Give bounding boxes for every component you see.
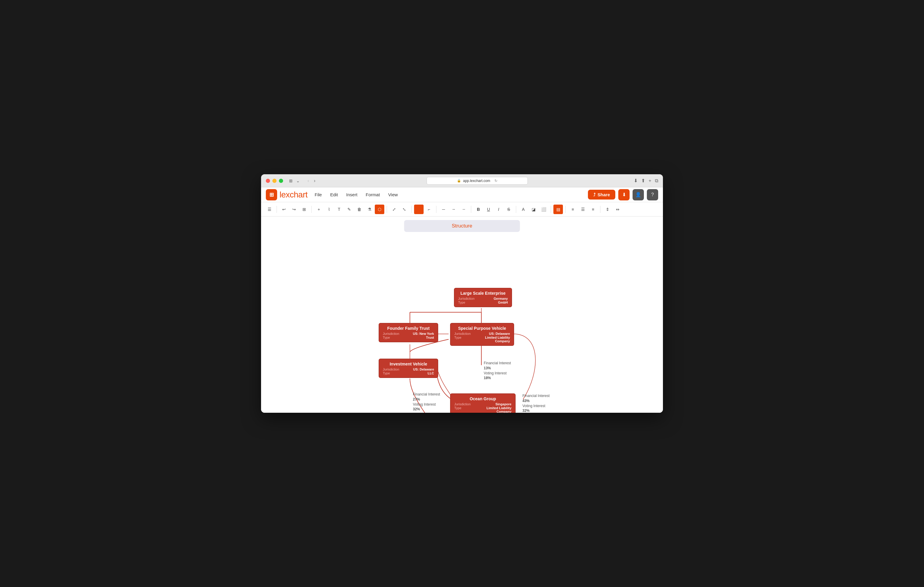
node-ocean-group[interactable]: Ocean Group Jurisdiction Singapore Type … <box>450 393 516 413</box>
toolbar-group-8: A ◪ ⬜ <box>518 205 548 214</box>
url-text: app.lexchart.com <box>463 179 490 183</box>
menu-insert[interactable]: Insert <box>346 190 358 199</box>
format-paint-button[interactable]: ⚗ <box>365 205 374 214</box>
sep7 <box>516 206 516 213</box>
node-spv-title: Special Purpose Vehicle <box>454 326 510 330</box>
sep2 <box>311 206 312 213</box>
node-investment-fields: Jurisdiction US: Delaware Type LLC <box>383 368 434 375</box>
grid-button[interactable]: ⊞ <box>299 205 309 214</box>
line-dashed-button[interactable]: ╌ <box>449 205 459 214</box>
bg-color-button[interactable]: ◪ <box>529 205 538 214</box>
expand-button[interactable]: ⤡ <box>399 205 409 214</box>
fit-button[interactable]: ⤢ <box>389 205 399 214</box>
window-mode-button[interactable]: ⌄ <box>295 178 301 184</box>
traffic-lights <box>266 179 283 183</box>
underline-button[interactable]: U <box>484 205 493 214</box>
text-button[interactable]: T <box>334 205 344 214</box>
pencil-button[interactable]: ✎ <box>345 205 354 214</box>
toolbar: ☰ ↩ ↪ ⊞ + ⌇ T ✎ 🗑 ⚗ ⬡ ⤢ ⤡ ⌒ ⌐ ─ <box>261 202 663 217</box>
align-right-button[interactable]: ≡ <box>588 205 598 214</box>
increase-indent-button[interactable]: ⇕ <box>603 205 612 214</box>
account-button[interactable]: 👤 <box>633 189 644 201</box>
node-large-scale[interactable]: Large Scale Enterprise Jurisdiction Germ… <box>454 288 512 307</box>
elbow-connector-button[interactable]: ⌐ <box>424 205 434 214</box>
toolbar-group-4: ⤢ ⤡ <box>389 205 409 214</box>
lock-icon: 🔒 <box>457 179 461 183</box>
decrease-indent-button[interactable]: ⇔ <box>613 205 622 214</box>
curved-connector-button[interactable]: ⌒ <box>414 205 424 214</box>
node-ocean-title: Ocean Group <box>454 396 512 401</box>
close-button[interactable] <box>266 179 270 183</box>
line-dotted-button[interactable]: ┄ <box>459 205 469 214</box>
align-center-button[interactable]: ☰ <box>578 205 587 214</box>
delete-button[interactable]: 🗑 <box>355 205 364 214</box>
menubar-right: ⤴ Share ⬇ 👤 ? <box>588 189 658 201</box>
select-button[interactable]: ⬡ <box>375 205 384 214</box>
url-bar[interactable]: 🔒 app.lexchart.com ↻ <box>427 177 528 185</box>
download-button[interactable]: ⬇ <box>618 189 630 201</box>
share-icon: ⤴ <box>593 192 596 197</box>
line-solid-button[interactable]: ─ <box>439 205 448 214</box>
connections-overlay <box>261 217 663 413</box>
logo-icon: ⊞ <box>266 189 277 201</box>
node-ocean-fields: Jurisdiction Singapore Type Limited Liab… <box>454 402 512 413</box>
border-color-button[interactable]: ⬜ <box>539 205 548 214</box>
text-bg-button[interactable]: ▤ <box>553 205 563 214</box>
toolbar-group-3: + ⌇ T ✎ 🗑 ⚗ ⬡ <box>314 205 384 214</box>
toolbar-group-7: B U I S <box>474 205 513 214</box>
logo: ⊞ lexchart <box>266 189 307 201</box>
sidebar-toggle-button[interactable]: ⊞ <box>288 178 294 184</box>
tabs-icon[interactable]: ⧉ <box>655 178 658 184</box>
toolbar-group-6: ─ ╌ ┄ <box>439 205 469 214</box>
conn-label-spv-ocean-right: Financial Interest 43% Voting Interest 3… <box>522 393 549 413</box>
toolbar-group-5: ⌒ ⌐ <box>414 205 434 214</box>
forward-button[interactable]: › <box>312 178 317 184</box>
connector-button[interactable]: ⌇ <box>324 205 334 214</box>
sep4 <box>411 206 412 213</box>
sidebar-panel-button[interactable]: ☰ <box>265 205 274 214</box>
sep3 <box>387 206 387 213</box>
minimize-button[interactable] <box>272 179 277 183</box>
strikethrough-button[interactable]: S <box>504 205 513 214</box>
toolbar-group-1: ☰ <box>265 205 274 214</box>
back-button[interactable]: ‹ <box>306 178 311 184</box>
redo-button[interactable]: ↪ <box>289 205 299 214</box>
help-button[interactable]: ? <box>647 189 658 201</box>
sep6 <box>471 206 471 213</box>
node-founder-fields: Jurisdiction US: New York Type Trust <box>383 332 434 339</box>
node-investment-title: Investment Vehicle <box>383 362 434 367</box>
download-icon[interactable]: ⬇ <box>634 178 638 184</box>
add-tab-icon[interactable]: + <box>648 178 651 184</box>
menu-file[interactable]: File <box>315 190 322 199</box>
canvas[interactable]: Structure <box>261 217 663 413</box>
titlebar-actions: ⬇ ⬆ + ⧉ <box>634 178 658 184</box>
structure-tab[interactable]: Structure <box>404 220 520 232</box>
node-special-purpose[interactable]: Special Purpose Vehicle Jurisdiction US:… <box>450 323 514 346</box>
maximize-button[interactable] <box>279 179 283 183</box>
titlebar: ⊞ ⌄ ‹ › 🔒 app.lexchart.com ↻ ⬇ ⬆ + ⧉ <box>261 174 663 187</box>
menu-view[interactable]: View <box>388 190 398 199</box>
bold-button[interactable]: B <box>474 205 483 214</box>
address-bar: 🔒 app.lexchart.com ↻ <box>321 177 634 185</box>
conn-label-inv-ocean: Financial Interest 27% Voting Interest 3… <box>413 392 440 412</box>
node-large-scale-title: Large Scale Enterprise <box>458 291 508 296</box>
sep8 <box>551 206 551 213</box>
node-founder-family[interactable]: Founder Family Trust Jurisdiction US: Ne… <box>379 323 438 342</box>
logo-text: lexchart <box>279 190 307 199</box>
refresh-icon[interactable]: ↻ <box>495 179 497 183</box>
share-icon[interactable]: ⬆ <box>641 178 645 184</box>
italic-button[interactable]: I <box>494 205 503 214</box>
toolbar-group-11: ⇕ ⇔ <box>603 205 622 214</box>
font-color-button[interactable]: A <box>518 205 528 214</box>
toolbar-group-10: ≡ ☰ ≡ <box>568 205 598 214</box>
share-button[interactable]: ⤴ Share <box>588 190 615 199</box>
add-node-button[interactable]: + <box>314 205 323 214</box>
menu-edit[interactable]: Edit <box>330 190 338 199</box>
window-controls: ⊞ ⌄ <box>288 178 301 184</box>
menu-format[interactable]: Format <box>366 190 380 199</box>
structure-tab-label: Structure <box>452 223 472 229</box>
align-left-button[interactable]: ≡ <box>568 205 578 214</box>
undo-button[interactable]: ↩ <box>279 205 289 214</box>
node-investment[interactable]: Investment Vehicle Jurisdiction US: Dela… <box>379 358 438 378</box>
nav-arrows: ‹ › <box>306 178 317 184</box>
